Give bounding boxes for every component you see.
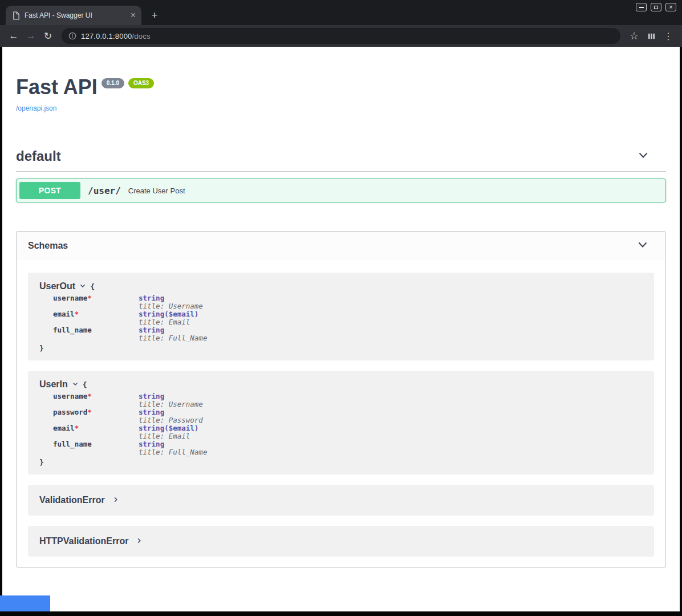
forward-button[interactable]: →: [23, 28, 39, 44]
opblock-summary[interactable]: POST /user/ Create User Post: [17, 179, 665, 202]
prop-name: email: [53, 310, 75, 318]
prop-type: string: [139, 294, 203, 302]
minimize-icon: [639, 7, 644, 8]
reload-button[interactable]: ↻: [40, 28, 56, 44]
close-icon: ×: [669, 5, 673, 10]
openapi-spec-link[interactable]: /openapi.json: [16, 104, 56, 112]
property-row: email* string($email)title: Email: [53, 310, 643, 326]
browser-tab[interactable]: Fast API - Swagger UI ×: [6, 6, 141, 25]
model-name: HTTPValidationError: [39, 536, 128, 546]
prop-title: title: Username: [139, 302, 203, 310]
prop-title: title: Email: [139, 432, 198, 440]
status-bubble: [0, 595, 50, 611]
prop-name: username: [53, 392, 87, 400]
model-validationerror-toggle[interactable]: ValidationError: [28, 485, 654, 516]
tag-title: default: [16, 148, 61, 164]
site-info-icon[interactable]: [68, 32, 76, 40]
prop-type: string($email): [139, 424, 198, 432]
tag-header-default[interactable]: default: [16, 145, 666, 172]
version-badge: 0.1.0: [102, 78, 124, 88]
back-button[interactable]: ←: [6, 28, 22, 44]
property-row: email* string($email)title: Email: [53, 424, 643, 440]
prop-title: title: Username: [139, 400, 203, 408]
chevron-down-icon: [79, 281, 86, 291]
model-userin-toggle[interactable]: UserIn {: [39, 379, 643, 390]
schemas-title: Schemas: [28, 241, 68, 251]
tab-close-icon[interactable]: ×: [131, 11, 136, 20]
open-brace: {: [83, 380, 87, 389]
browser-menu-icon[interactable]: ⋮: [660, 28, 676, 44]
bookmark-star-icon[interactable]: ☆: [626, 28, 642, 44]
model-properties: username* stringtitle: Username email* s…: [53, 294, 643, 342]
prop-type: string: [139, 326, 207, 334]
api-info: Fast API 0.1.0 OAS3 /openapi.json: [16, 76, 666, 113]
prop-type: string($email): [139, 310, 198, 318]
prop-title: title: Email: [139, 318, 198, 326]
property-row: password* stringtitle: Password: [53, 408, 643, 424]
page-favicon-icon: [13, 11, 20, 20]
address-bar[interactable]: 127.0.0.1:8000/docs: [62, 28, 620, 44]
property-row: full_name stringtitle: Full_Name: [53, 440, 643, 456]
prop-name: email: [53, 424, 75, 432]
window-controls: ×: [636, 3, 676, 11]
tag-section-default: default POST /user/ Create User Post: [16, 145, 666, 202]
endpoint-path: /user/: [88, 185, 121, 196]
required-star: *: [75, 424, 79, 432]
model-properties: username* stringtitle: Username password…: [53, 392, 643, 456]
prop-title: title: Full_Name: [139, 448, 207, 456]
prop-name: password: [53, 408, 87, 416]
prop-name: full_name: [53, 440, 92, 448]
window-maximize-button[interactable]: [651, 3, 661, 11]
prop-title: title: Password: [139, 416, 203, 424]
window-minimize-button[interactable]: [636, 3, 647, 11]
toolbar-extension-icon[interactable]: [643, 28, 659, 44]
chevron-down-icon: [637, 239, 648, 253]
required-star: *: [87, 392, 92, 400]
close-brace: }: [39, 344, 643, 352]
method-badge: POST: [19, 182, 80, 199]
close-brace: }: [39, 458, 643, 467]
schemas-header[interactable]: Schemas: [17, 232, 665, 260]
required-star: *: [87, 408, 92, 416]
model-userout: UserOut { username* stringtitle: Usernam…: [28, 273, 654, 360]
oas-badge: OAS3: [128, 78, 154, 88]
model-name: ValidationError: [39, 495, 105, 505]
schemas-section: Schemas UserOut {: [16, 231, 666, 568]
prop-title: title: Full_Name: [139, 334, 207, 342]
open-brace: {: [90, 282, 95, 291]
prop-name: username: [53, 294, 87, 302]
url-path: /docs: [132, 32, 151, 40]
model-userin: UserIn { username* stringtitle: Username…: [28, 371, 654, 475]
browser-toolbar: ← → ↻ 127.0.0.1:8000/docs ☆ ⋮: [0, 25, 682, 47]
chevron-right-icon: [112, 495, 119, 505]
model-name: UserOut: [39, 281, 75, 291]
required-star: *: [75, 310, 79, 318]
prop-type: string: [139, 392, 203, 400]
prop-name: full_name: [53, 326, 92, 334]
window-titlebar: Fast API - Swagger UI × + ×: [0, 0, 682, 25]
swagger-page: Fast API 0.1.0 OAS3 /openapi.json defaul…: [2, 47, 680, 611]
opblock-post-user: POST /user/ Create User Post: [16, 179, 666, 202]
window-close-button[interactable]: ×: [665, 3, 676, 11]
url-host: 127.0.0.1:8000: [81, 32, 132, 40]
endpoint-summary: Create User Post: [128, 187, 185, 195]
model-httpvalidationerror-toggle[interactable]: HTTPValidationError: [28, 526, 654, 557]
url-text: 127.0.0.1:8000/docs: [81, 32, 151, 40]
page-title: Fast API: [16, 76, 98, 98]
chevron-down-icon: [638, 149, 649, 163]
required-star: *: [87, 294, 92, 302]
model-userout-toggle[interactable]: UserOut {: [39, 281, 643, 291]
model-name: UserIn: [39, 379, 68, 390]
property-row: full_name stringtitle: Full_Name: [53, 326, 643, 342]
chevron-down-icon: [72, 379, 79, 390]
new-tab-button[interactable]: +: [147, 8, 162, 23]
models-list: UserOut { username* stringtitle: Usernam…: [17, 260, 665, 567]
tab-title: Fast API - Swagger UI: [25, 11, 126, 19]
prop-type: string: [139, 408, 203, 416]
property-row: username* stringtitle: Username: [53, 392, 643, 408]
property-row: username* stringtitle: Username: [53, 294, 643, 310]
prop-type: string: [139, 440, 207, 448]
chevron-right-icon: [136, 536, 143, 546]
maximize-icon: [654, 6, 658, 9]
